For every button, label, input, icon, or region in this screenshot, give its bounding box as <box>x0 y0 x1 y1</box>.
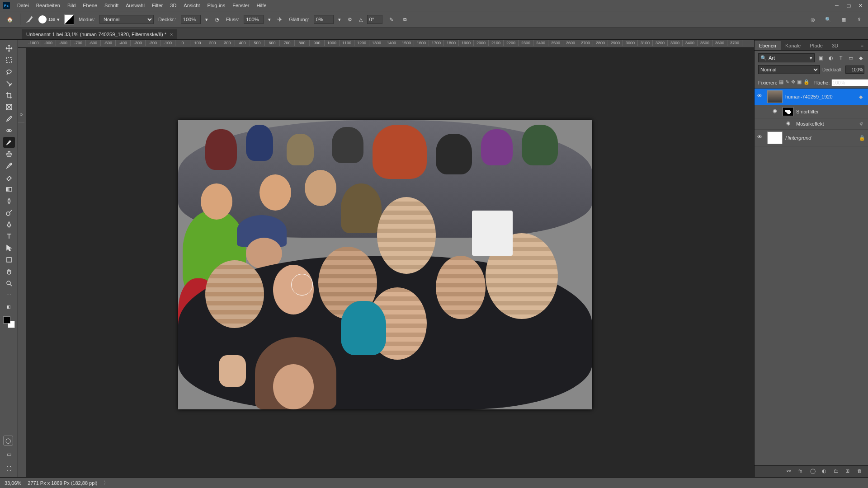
layer-smartfilters[interactable]: ◉ Smartfilter <box>755 105 868 118</box>
new-layer-icon[interactable]: ⊞ <box>845 468 853 475</box>
chevron-down-icon[interactable]: ▾ <box>338 17 341 23</box>
layer-fill-input[interactable] <box>831 79 868 86</box>
window-minimize-button[interactable]: ─ <box>832 1 842 9</box>
filter-type-icon[interactable]: T <box>837 54 844 61</box>
opacity-input[interactable] <box>181 15 201 24</box>
menu-datei[interactable]: Datei <box>14 3 33 8</box>
filter-adjust-icon[interactable]: ◐ <box>827 54 835 61</box>
brush-tool-icon[interactable] <box>25 15 34 24</box>
menu-filter[interactable]: Filter <box>148 3 166 8</box>
pressure-opacity-icon[interactable]: ◔ <box>212 15 222 24</box>
layer-blend-select[interactable]: Normal <box>758 65 820 74</box>
status-menu-icon[interactable]: 〉 <box>104 479 108 486</box>
window-maximize-button[interactable]: ▢ <box>844 1 854 9</box>
menu-bild[interactable]: Bild <box>64 3 79 8</box>
eraser-tool[interactable] <box>3 172 15 183</box>
layer-filter-item[interactable]: ◉ Mosaikeffekt ⛭ <box>755 118 868 130</box>
layer-opacity-input[interactable] <box>845 66 864 74</box>
default-colors-icon[interactable]: ◧ <box>3 301 15 312</box>
layer-name[interactable]: human-740259_1920 <box>785 94 856 99</box>
tab-ebenen[interactable]: Ebenen <box>755 41 781 50</box>
menu-hilfe[interactable]: Hilfe <box>253 3 270 8</box>
layer-thumbnail[interactable] <box>767 131 783 144</box>
menu-plugins[interactable]: Plug-ins <box>203 3 229 8</box>
delete-layer-icon[interactable]: 🗑 <box>857 468 864 475</box>
visibility-toggle-icon[interactable]: ◉ <box>773 108 780 115</box>
canvas-area[interactable]: -1000-900-800-700-600-500-400-300-200-10… <box>18 40 754 477</box>
lock-all-icon[interactable]: 🔒 <box>803 79 810 86</box>
vertical-ruler[interactable]: 0 <box>18 48 26 477</box>
visibility-toggle-icon[interactable]: ◉ <box>786 120 793 127</box>
document-tab[interactable]: Unbenannt-1 bei 33,1% (human-740259_1920… <box>22 29 177 39</box>
lock-brush-icon[interactable]: ✎ <box>785 79 789 86</box>
zoom-tool[interactable] <box>3 278 15 289</box>
panel-menu-icon[interactable]: ≡ <box>856 41 868 50</box>
chevron-down-icon[interactable]: ▾ <box>205 17 208 23</box>
color-swatches[interactable] <box>3 316 15 328</box>
quick-mask-toggle[interactable]: ◯ <box>3 436 13 446</box>
filter-image-icon[interactable]: ▣ <box>817 54 825 61</box>
menu-ansicht[interactable]: Ansicht <box>180 3 203 8</box>
new-group-icon[interactable]: 🗀 <box>834 468 841 475</box>
angle-input[interactable] <box>367 15 382 24</box>
lock-pixels-icon[interactable]: ▦ <box>779 79 783 86</box>
eyedropper-tool[interactable] <box>3 113 15 124</box>
brush-panel-toggle-icon[interactable] <box>64 14 74 24</box>
filter-blending-icon[interactable]: ⛭ <box>859 121 865 127</box>
flow-input[interactable] <box>244 15 264 24</box>
tab-kanaele[interactable]: Kanäle <box>781 41 805 50</box>
dodge-tool[interactable] <box>3 207 15 218</box>
blend-mode-select[interactable]: Normal <box>99 15 154 24</box>
link-layers-icon[interactable]: ⚯ <box>787 468 794 475</box>
menu-ebene[interactable]: Ebene <box>79 3 101 8</box>
window-close-button[interactable]: ✕ <box>855 1 865 9</box>
marquee-tool[interactable] <box>3 55 15 66</box>
filter-shape-icon[interactable]: ▭ <box>847 54 854 61</box>
pen-tool[interactable] <box>3 219 15 230</box>
layer-name[interactable]: Hintergrund <box>785 135 856 141</box>
quick-select-tool[interactable] <box>3 78 15 89</box>
shape-tool[interactable] <box>3 254 15 265</box>
smoothing-options-icon[interactable]: ⚙ <box>345 15 354 24</box>
menu-auswahl[interactable]: Auswahl <box>122 3 148 8</box>
hand-tool[interactable] <box>3 266 15 277</box>
layer-fx-icon[interactable]: fx <box>798 468 806 475</box>
brush-tool[interactable] <box>3 137 15 148</box>
lasso-tool[interactable] <box>3 66 15 77</box>
filter-name[interactable]: Mosaikeffekt <box>796 121 856 127</box>
zoom-level[interactable]: 33,06% <box>5 480 21 486</box>
foreground-color-swatch[interactable] <box>3 316 10 324</box>
smoothing-input[interactable] <box>314 15 334 24</box>
path-select-tool[interactable] <box>3 243 15 253</box>
type-tool[interactable] <box>3 231 15 242</box>
filter-smart-icon[interactable]: ◆ <box>857 54 864 61</box>
visibility-toggle-icon[interactable]: 👁 <box>757 134 764 141</box>
document-canvas[interactable] <box>178 120 592 409</box>
lock-position-icon[interactable]: ✥ <box>791 79 795 86</box>
pressure-size-icon[interactable]: ✎ <box>387 15 396 24</box>
blur-tool[interactable] <box>3 196 15 206</box>
close-tab-icon[interactable]: × <box>170 32 173 37</box>
frame-tool[interactable] <box>3 102 15 113</box>
document-info[interactable]: 2771 Px x 1869 Px (182,88 ppi) <box>28 480 97 486</box>
filter-mask-thumbnail[interactable] <box>783 107 793 116</box>
healing-tool[interactable] <box>3 125 15 136</box>
layer-thumbnail[interactable] <box>767 90 783 103</box>
symmetry-icon[interactable]: ⧉ <box>401 15 410 24</box>
layer-smartobject[interactable]: 👁 human-740259_1920 ◆ <box>755 89 868 105</box>
cloud-docs-icon[interactable]: ◎ <box>808 15 817 24</box>
ruler-origin[interactable] <box>18 40 26 48</box>
chevron-down-icon[interactable]: ▾ <box>268 17 271 23</box>
new-adjustment-icon[interactable]: ◐ <box>822 468 829 475</box>
history-brush-tool[interactable] <box>3 160 15 171</box>
tab-3d[interactable]: 3D <box>827 41 843 50</box>
menu-3d[interactable]: 3D <box>166 3 180 8</box>
airbrush-icon[interactable]: ✈ <box>275 15 284 24</box>
share-icon[interactable]: ⇪ <box>854 15 863 24</box>
move-tool[interactable] <box>3 43 15 54</box>
menu-fenster[interactable]: Fenster <box>229 3 253 8</box>
menu-bearbeiten[interactable]: Bearbeiten <box>33 3 64 8</box>
screen-mode-icon[interactable]: ▭ <box>3 449 15 460</box>
visibility-toggle-icon[interactable]: 👁 <box>757 93 764 100</box>
menu-schrift[interactable]: Schrift <box>101 3 122 8</box>
